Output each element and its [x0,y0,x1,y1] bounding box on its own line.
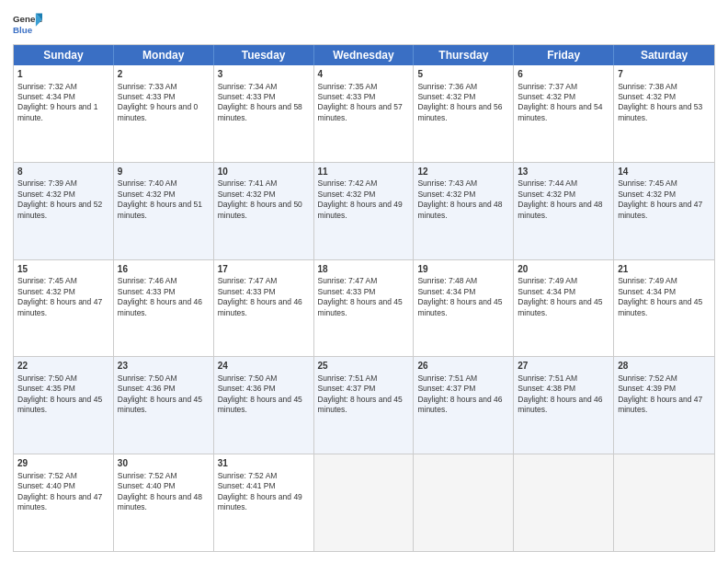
calendar-cell: 14Sunrise: 7:45 AMSunset: 4:32 PMDayligh… [614,163,714,259]
sunrise-label: Sunrise: 7:50 AM [118,373,177,383]
day-number: 12 [417,166,509,178]
day-number: 9 [118,166,210,178]
sunset-label: Sunset: 4:33 PM [118,287,176,296]
logo-icon: General Blue [13,11,42,37]
day-number: 28 [618,360,711,373]
daylight-label: Daylight: 8 hours and 57 minutes. [318,102,403,121]
daylight-label: Daylight: 8 hours and 58 minutes. [218,102,302,121]
sunset-label: Sunset: 4:34 PM [17,92,75,101]
calendar-cell: 20Sunrise: 7:49 AMSunset: 4:34 PMDayligh… [514,260,614,357]
sunset-label: Sunset: 4:36 PM [218,384,276,393]
sunset-label: Sunset: 4:40 PM [17,481,75,490]
sunset-label: Sunset: 4:37 PM [417,384,475,393]
day-number: 6 [518,68,609,81]
daylight-label: Daylight: 8 hours and 45 minutes. [417,297,502,316]
sunset-label: Sunset: 4:36 PM [118,384,176,393]
daylight-label: Daylight: 8 hours and 46 minutes. [417,395,502,414]
daylight-label: Daylight: 8 hours and 48 minutes. [518,200,602,219]
daylight-label: Daylight: 8 hours and 50 minutes. [218,200,302,219]
day-number: 25 [318,360,410,373]
calendar-cell: 5Sunrise: 7:36 AMSunset: 4:32 PMDaylight… [414,65,514,162]
sunrise-label: Sunrise: 7:47 AM [318,276,378,285]
day-number: 21 [618,263,711,276]
sunrise-label: Sunrise: 7:52 AM [618,373,677,383]
calendar-cell: 11Sunrise: 7:42 AMSunset: 4:32 PMDayligh… [314,163,415,259]
header-sunday: Sunday [14,45,114,65]
calendar-cell: 8Sunrise: 7:39 AMSunset: 4:32 PMDaylight… [14,163,114,259]
calendar-row-3: 15Sunrise: 7:45 AMSunset: 4:32 PMDayligh… [14,259,714,357]
calendar-cell [614,454,714,551]
sunset-label: Sunset: 4:32 PM [417,92,475,101]
sunrise-label: Sunrise: 7:40 AM [118,178,177,188]
day-number: 14 [618,166,711,178]
daylight-label: Daylight: 8 hours and 48 minutes. [417,200,502,219]
sunrise-label: Sunrise: 7:50 AM [17,373,77,383]
sunrise-label: Sunrise: 7:45 AM [618,178,677,188]
sunset-label: Sunset: 4:32 PM [218,190,276,199]
daylight-label: Daylight: 8 hours and 45 minutes. [318,297,403,316]
sunrise-label: Sunrise: 7:51 AM [417,373,477,383]
sunset-label: Sunset: 4:32 PM [17,287,75,296]
sunrise-label: Sunrise: 7:43 AM [417,178,477,188]
calendar-cell: 15Sunrise: 7:45 AMSunset: 4:32 PMDayligh… [14,260,114,357]
calendar-cell: 4Sunrise: 7:35 AMSunset: 4:33 PMDaylight… [314,65,415,162]
calendar-cell: 7Sunrise: 7:38 AMSunset: 4:32 PMDaylight… [614,65,714,162]
day-number: 27 [518,360,609,373]
sunset-label: Sunset: 4:37 PM [318,384,376,393]
day-number: 13 [518,166,609,178]
day-number: 7 [618,68,711,81]
calendar-cell: 12Sunrise: 7:43 AMSunset: 4:32 PMDayligh… [414,163,514,259]
daylight-label: Daylight: 9 hours and 0 minutes. [118,102,198,121]
sunset-label: Sunset: 4:32 PM [518,92,575,101]
calendar-cell: 1Sunrise: 7:32 AMSunset: 4:34 PMDaylight… [14,65,114,162]
header-friday: Friday [514,45,614,65]
sunset-label: Sunset: 4:34 PM [518,287,575,296]
sunset-label: Sunset: 4:32 PM [417,190,475,199]
calendar-cell: 13Sunrise: 7:44 AMSunset: 4:32 PMDayligh… [514,163,614,259]
sunset-label: Sunset: 4:32 PM [118,190,176,199]
day-number: 4 [318,68,410,81]
calendar-cell: 31Sunrise: 7:52 AMSunset: 4:41 PMDayligh… [214,454,314,551]
day-number: 18 [318,263,410,276]
day-number: 5 [417,68,509,81]
header-saturday: Saturday [614,45,714,65]
header-tuesday: Tuesday [214,45,314,65]
calendar-cell: 21Sunrise: 7:49 AMSunset: 4:34 PMDayligh… [614,260,714,357]
header-monday: Monday [114,45,214,65]
calendar-cell: 29Sunrise: 7:52 AMSunset: 4:40 PMDayligh… [14,454,114,551]
calendar-cell: 19Sunrise: 7:48 AMSunset: 4:34 PMDayligh… [414,260,514,357]
sunset-label: Sunset: 4:35 PM [17,384,75,393]
calendar-cell: 26Sunrise: 7:51 AMSunset: 4:37 PMDayligh… [414,357,514,454]
sunrise-label: Sunrise: 7:48 AM [417,276,477,285]
sunrise-label: Sunrise: 7:39 AM [17,178,77,188]
calendar-cell: 23Sunrise: 7:50 AMSunset: 4:36 PMDayligh… [114,357,214,454]
daylight-label: Daylight: 8 hours and 46 minutes. [518,395,602,414]
day-number: 20 [518,263,609,276]
calendar-cell: 18Sunrise: 7:47 AMSunset: 4:33 PMDayligh… [314,260,415,357]
calendar-cell: 17Sunrise: 7:47 AMSunset: 4:33 PMDayligh… [214,260,314,357]
daylight-label: Daylight: 8 hours and 49 minutes. [218,492,302,511]
daylight-label: Daylight: 8 hours and 47 minutes. [17,492,102,511]
calendar-row-2: 8Sunrise: 7:39 AMSunset: 4:32 PMDaylight… [14,162,714,259]
calendar-cell: 16Sunrise: 7:46 AMSunset: 4:33 PMDayligh… [114,260,214,357]
sunset-label: Sunset: 4:32 PM [518,190,575,199]
daylight-label: Daylight: 8 hours and 46 minutes. [218,297,302,316]
calendar-cell: 6Sunrise: 7:37 AMSunset: 4:32 PMDaylight… [514,65,614,162]
day-number: 19 [417,263,509,276]
daylight-label: Daylight: 8 hours and 56 minutes. [417,102,502,121]
daylight-label: Daylight: 8 hours and 45 minutes. [518,297,602,316]
sunset-label: Sunset: 4:33 PM [318,287,376,296]
daylight-label: Daylight: 8 hours and 45 minutes. [17,395,102,414]
sunrise-label: Sunrise: 7:52 AM [218,471,278,480]
svg-text:Blue: Blue [13,25,33,35]
day-number: 26 [417,360,509,373]
sunset-label: Sunset: 4:34 PM [618,287,676,296]
calendar-cell: 27Sunrise: 7:51 AMSunset: 4:38 PMDayligh… [514,357,614,454]
daylight-label: Daylight: 8 hours and 47 minutes. [618,395,702,414]
sunset-label: Sunset: 4:39 PM [618,384,676,393]
day-number: 1 [17,68,109,81]
sunset-label: Sunset: 4:41 PM [218,481,276,490]
day-number: 2 [118,68,210,81]
day-number: 24 [218,360,310,373]
calendar-cell: 2Sunrise: 7:33 AMSunset: 4:33 PMDaylight… [114,65,214,162]
